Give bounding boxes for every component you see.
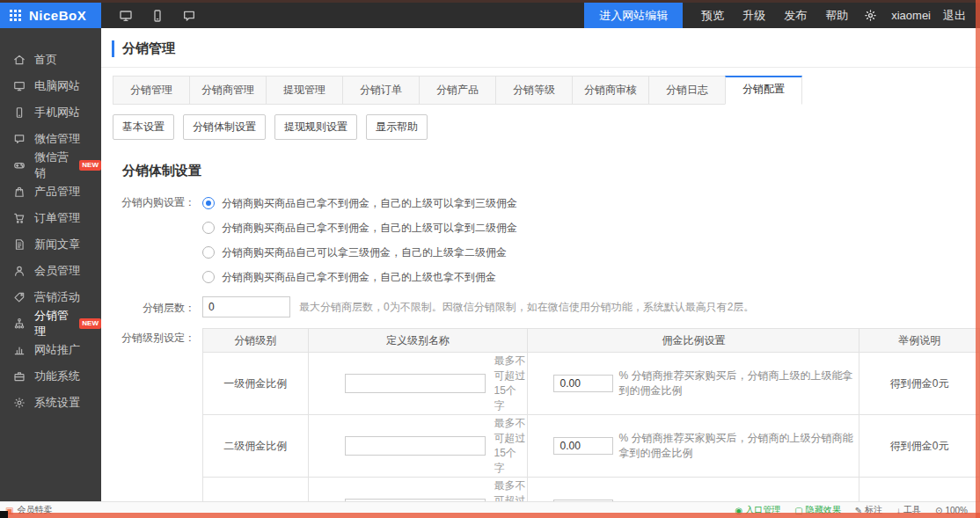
- monitor-icon[interactable]: [119, 9, 133, 23]
- sidebar-item-label: 订单管理: [34, 210, 80, 226]
- sidebar-item-label: 电脑网站: [34, 78, 80, 94]
- table-header-level: 分销级别: [203, 329, 309, 353]
- sidebar-item-mobile-site[interactable]: 手机网站: [0, 99, 101, 126]
- sidebar-item-pc-site[interactable]: 电脑网站: [0, 73, 101, 99]
- logo-area[interactable]: NiceBoX: [0, 3, 101, 28]
- sidebar-item-label: 微信营销: [34, 150, 69, 181]
- radio-label: 分销商购买商品自己拿不到佣金，自己的上级可以拿到三级佣金: [222, 196, 517, 211]
- top-menu-item[interactable]: 帮助: [825, 8, 848, 24]
- internal-purchase-option[interactable]: 分销商购买商品自己拿不到佣金，自己的上级可以拿到三级佣金: [202, 191, 517, 215]
- corner-marker: [0, 511, 8, 518]
- tab-分销商管理[interactable]: 分销商管理: [189, 76, 267, 105]
- person-icon: [13, 265, 26, 277]
- sidebar-item-site-promotion[interactable]: 网站推广: [0, 337, 101, 363]
- levels-input[interactable]: [202, 296, 290, 317]
- sidebar-item-distribution-manage[interactable]: 分销管理NEW: [0, 310, 101, 337]
- top-menu-item[interactable]: 预览: [701, 8, 724, 24]
- commission-rate-input[interactable]: [553, 437, 613, 455]
- sidebar-item-system-settings[interactable]: 系统设置: [0, 390, 101, 416]
- new-badge: NEW: [79, 160, 101, 171]
- level-name-input[interactable]: [345, 436, 486, 456]
- levels-label: 分销层数：: [112, 296, 195, 316]
- page-header: 分销管理: [101, 28, 980, 68]
- sidebar-item-label: 营销活动: [34, 289, 80, 305]
- phone-icon[interactable]: [150, 9, 165, 23]
- sidebar-item-label: 分销管理: [34, 308, 69, 339]
- sidebar-item-label: 新闻文章: [34, 237, 80, 252]
- topbar-right: 进入网站编辑 预览升级发布帮助 xiaomei 退出: [584, 3, 980, 28]
- settings-gear-icon[interactable]: [864, 9, 877, 22]
- chart-icon: [13, 344, 26, 356]
- bag-icon: [13, 186, 26, 198]
- level-name-hint: 最多不可超过15个字: [494, 416, 527, 476]
- capture-border-right: [976, 0, 980, 518]
- tab-分销等级[interactable]: 分销等级: [495, 76, 573, 105]
- top-menu-item[interactable]: 发布: [784, 8, 807, 24]
- top-menu: 预览升级发布帮助: [683, 8, 848, 24]
- tab-分销订单[interactable]: 分销订单: [342, 76, 420, 105]
- logout-link[interactable]: 退出: [943, 8, 966, 24]
- tab-分销商审核[interactable]: 分销商审核: [572, 76, 649, 105]
- tab-分销产品[interactable]: 分销产品: [419, 76, 496, 105]
- tag-icon: [13, 291, 26, 303]
- radio-label: 分销商购买商品自己拿不到佣金，自己的上级可以拿到二级佣金: [222, 221, 517, 236]
- device-switcher: [119, 3, 196, 28]
- sidebar-item-label: 会员管理: [34, 263, 80, 279]
- sidebar-item-function-system[interactable]: 功能系统: [0, 363, 101, 390]
- sidebar-item-label: 功能系统: [34, 368, 80, 384]
- internal-purchase-option[interactable]: 分销商购买商品自己拿不到佣金，自己的上级可以拿到二级佣金: [202, 215, 517, 240]
- sidebar-item-wechat-marketing[interactable]: 微信营销NEW: [0, 152, 101, 179]
- section-heading-system: 分销体制设置: [122, 163, 980, 179]
- sidebar-item-member-manage[interactable]: 会员管理: [0, 258, 101, 284]
- enter-site-editor-button[interactable]: 进入网站编辑: [584, 3, 683, 28]
- subtab-显示帮助[interactable]: 显示帮助: [366, 114, 428, 140]
- sidebar-item-label: 手机网站: [34, 105, 80, 120]
- capture-border-bottom: [0, 513, 980, 518]
- top-menu-item[interactable]: 升级: [742, 8, 765, 24]
- topbar: NiceBoX 进入网站编辑 预览升级发布帮助 xiaomei 退出: [0, 0, 980, 28]
- subtab-基本设置[interactable]: 基本设置: [113, 114, 174, 140]
- subtab-提现规则设置[interactable]: 提现规则设置: [274, 114, 357, 140]
- tab-分销日志[interactable]: 分销日志: [648, 76, 726, 105]
- radio-button[interactable]: [202, 271, 215, 283]
- radio-button[interactable]: [202, 222, 215, 234]
- radio-label: 分销商购买商品自己拿不到佣金，自己的上级也拿不到佣金: [222, 270, 496, 285]
- commission-level-table: 分销级别定义级别名称佣金比例设置举例说明 一级佣金比例最多不可超过15个字% 分…: [202, 328, 980, 507]
- sidebar-item-news-articles[interactable]: 新闻文章: [0, 231, 101, 258]
- example-cell: 得到佣金0元: [859, 353, 980, 415]
- apps-grid-icon[interactable]: [10, 10, 21, 21]
- username-label[interactable]: xiaomei: [891, 9, 931, 22]
- level-name-input[interactable]: [345, 374, 486, 393]
- sidebar-item-wechat-manage[interactable]: 微信管理: [0, 126, 101, 152]
- tab-分销管理[interactable]: 分销管理: [113, 76, 190, 105]
- sidebar-item-label: 微信管理: [34, 131, 80, 147]
- briefcase-icon: [13, 370, 26, 383]
- sidebar-item-order-manage[interactable]: 订单管理: [0, 205, 101, 231]
- rate-description: % 分销商推荐买家购买后，分销商上级的上级能拿到的佣金比例: [618, 368, 858, 398]
- phone-icon: [13, 106, 26, 119]
- internal-purchase-option[interactable]: 分销商购买商品自己拿不到佣金，自己的上级也拿不到佣金: [202, 265, 517, 289]
- tab-分销配置[interactable]: 分销配置: [725, 76, 802, 105]
- sidebar-item-marketing-activity[interactable]: 营销活动: [0, 284, 101, 310]
- tab-提现管理[interactable]: 提现管理: [266, 76, 343, 105]
- subtab-分销体制设置[interactable]: 分销体制设置: [183, 114, 266, 140]
- commission-rate-input[interactable]: [553, 375, 613, 392]
- internal-purchase-label: 分销内购设置：: [112, 191, 195, 210]
- chat-icon[interactable]: [182, 9, 196, 23]
- sidebar-item-product-manage[interactable]: 产品管理: [0, 179, 101, 205]
- doc-icon: [13, 238, 26, 251]
- gamepad-icon: [13, 159, 26, 171]
- sidebar-item-home[interactable]: 首页: [0, 47, 101, 73]
- radio-button[interactable]: [202, 197, 215, 209]
- tab-bar: 分销管理分销商管理提现管理分销订单分销产品分销等级分销商审核分销日志分销配置: [113, 76, 980, 105]
- internal-purchase-option[interactable]: 分销商购买商品自己可以拿三级佣金，自己的上级拿二级佣金: [202, 240, 517, 265]
- level-name-hint: 最多不可超过15个字: [494, 354, 527, 413]
- home-icon: [13, 54, 26, 66]
- sidebar-item-label: 首页: [34, 52, 57, 68]
- example-cell: 得到佣金0元: [859, 415, 980, 478]
- monitor-icon: [13, 80, 26, 92]
- table-row: 二级佣金比例最多不可超过15个字% 分销商推荐买家购买后，分销商的上级分销商能拿…: [203, 415, 980, 478]
- sidebar-item-label: 网站推广: [34, 342, 80, 358]
- org-icon: [13, 317, 26, 330]
- radio-button[interactable]: [202, 246, 215, 259]
